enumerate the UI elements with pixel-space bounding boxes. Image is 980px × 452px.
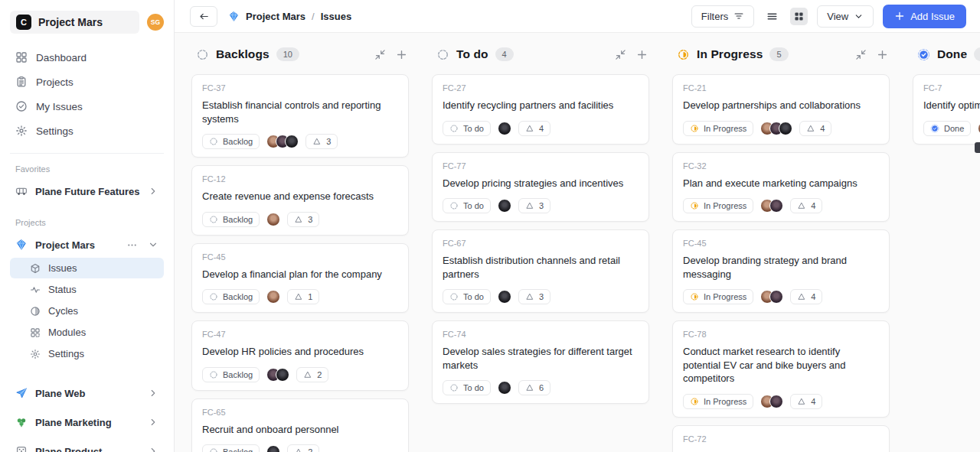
sidebar-subitem-status[interactable]: Status xyxy=(10,279,164,300)
sidebar-item-my-issues[interactable]: My Issues xyxy=(10,95,164,118)
issue-card-fc-27[interactable]: FC-27Identify recycling partners and fac… xyxy=(432,74,649,145)
issue-card-fc-7[interactable]: FC-7Identify optimalDone xyxy=(913,74,980,145)
back-button[interactable] xyxy=(190,6,217,27)
sidebar-subitem-modules[interactable]: Modules xyxy=(10,322,164,343)
state-chip[interactable]: Done xyxy=(923,121,971,136)
sub-issues-chip[interactable]: 2 xyxy=(296,367,328,382)
sidebar-item-project-mars[interactable]: Project Mars xyxy=(10,233,164,256)
assignee-avatars[interactable] xyxy=(266,445,280,452)
sidebar-subitem-issues[interactable]: Issues xyxy=(10,258,164,278)
state-chip[interactable]: Backlog xyxy=(202,444,260,452)
issue-card-fc-37[interactable]: FC-37Establish financial controls and re… xyxy=(191,74,409,158)
sidebar-item-plane-product[interactable]: Plane Product xyxy=(10,440,164,452)
state-chip[interactable]: In Progress xyxy=(683,198,753,213)
sub-issues-count: 4 xyxy=(820,124,825,133)
issue-id: FC-78 xyxy=(683,330,879,339)
issue-card-fc-77[interactable]: FC-77Develop pricing strategies and ince… xyxy=(432,152,649,223)
ellipsis-icon[interactable] xyxy=(126,239,138,251)
sub-issues-chip[interactable]: 3 xyxy=(287,212,319,227)
assignee-avatars[interactable] xyxy=(760,122,792,135)
issue-card-fc-65[interactable]: FC-65Recruit and onboard personnelBacklo… xyxy=(191,398,409,452)
add-issue-button[interactable]: Add Issue xyxy=(883,5,966,28)
sidebar-item-projects[interactable]: Projects xyxy=(10,70,164,93)
breadcrumb-project[interactable]: Project Mars xyxy=(246,11,305,22)
sub-issues-chip[interactable]: 6 xyxy=(518,380,550,395)
favorites-section: Favorites Plane Future Features xyxy=(10,153,164,203)
issue-card-fc-78[interactable]: FC-78Conduct market research to identify… xyxy=(672,320,890,418)
assignee-avatars[interactable] xyxy=(498,122,511,135)
sub-issues-count: 3 xyxy=(539,201,544,210)
issue-card-fc-32[interactable]: FC-32Plan and execute marketing campaign… xyxy=(672,152,890,223)
assignee-avatars[interactable] xyxy=(760,199,783,213)
assignee-avatars[interactable] xyxy=(760,395,783,408)
state-chip[interactable]: In Progress xyxy=(683,394,753,409)
assignee-avatars[interactable] xyxy=(498,290,511,304)
sidebar-item-dashboard[interactable]: Dashboard xyxy=(10,46,164,69)
issue-card-fc-72[interactable]: FC-72Plan for the next sprint based on t… xyxy=(672,425,890,452)
sub-issues-chip[interactable]: 4 xyxy=(790,289,822,304)
add-card-icon[interactable] xyxy=(877,49,888,60)
sidebar-item-settings[interactable]: Settings xyxy=(10,119,164,142)
sub-issues-chip[interactable]: 4 xyxy=(790,394,822,409)
add-card-icon[interactable] xyxy=(636,49,648,60)
state-chip[interactable]: To do xyxy=(443,121,491,136)
issue-card-fc-47[interactable]: FC-47Develop HR policies and proceduresB… xyxy=(191,320,409,391)
chevron-right-icon[interactable] xyxy=(148,446,158,452)
state-chip[interactable]: Backlog xyxy=(202,289,260,304)
view-button[interactable]: View xyxy=(817,5,874,28)
sub-issues-chip[interactable]: 3 xyxy=(305,134,338,149)
assignee-avatars[interactable] xyxy=(498,381,511,395)
sidebar-item-plane-web[interactable]: Plane Web xyxy=(10,382,164,405)
sub-issues-chip[interactable]: 2 xyxy=(287,444,319,452)
issue-card-fc-12[interactable]: FC-12Create revenue and expense forecast… xyxy=(191,165,409,236)
minimize-icon[interactable] xyxy=(374,49,386,60)
board-view-icon[interactable] xyxy=(790,8,808,25)
sub-issues-chip[interactable]: 4 xyxy=(790,198,822,213)
assignee-avatars[interactable] xyxy=(266,290,280,304)
favorite-item-plane-future-features[interactable]: Plane Future Features xyxy=(10,180,164,203)
state-chip[interactable]: Backlog xyxy=(202,367,260,382)
issue-card-fc-45[interactable]: FC-45Develop branding strategy and brand… xyxy=(672,229,890,313)
state-chip[interactable]: In Progress xyxy=(683,289,753,304)
chevron-right-icon[interactable] xyxy=(148,186,158,197)
sub-issues-chip[interactable]: 3 xyxy=(518,198,550,213)
avatar xyxy=(266,445,280,452)
state-chip[interactable]: Backlog xyxy=(202,212,260,227)
state-chip[interactable]: To do xyxy=(443,289,491,304)
state-chip[interactable]: Backlog xyxy=(202,134,260,149)
sidebar-subitem-cycles[interactable]: Cycles xyxy=(10,301,164,321)
sub-issues-chip[interactable]: 4 xyxy=(518,121,550,136)
minimize-icon[interactable] xyxy=(855,49,867,60)
issue-card-fc-45[interactable]: FC-45Develop a financial plan for the co… xyxy=(191,243,409,314)
assignee-avatars[interactable] xyxy=(266,135,299,148)
chevron-down-icon[interactable] xyxy=(148,239,158,250)
list-view-icon[interactable] xyxy=(763,8,781,25)
sidebar-item-plane-marketing[interactable]: Plane Marketing xyxy=(10,411,164,434)
add-card-icon[interactable] xyxy=(396,49,407,60)
arrow-left-icon xyxy=(198,11,210,22)
breadcrumb-page[interactable]: Issues xyxy=(321,11,351,22)
sub-issues-chip[interactable]: 4 xyxy=(799,121,831,136)
minimize-icon[interactable] xyxy=(615,49,626,60)
sidebar-subitem-settings[interactable]: Settings xyxy=(10,343,164,364)
scrollbar-thumb[interactable] xyxy=(975,142,980,153)
assignee-avatars[interactable] xyxy=(760,290,783,304)
chevron-right-icon[interactable] xyxy=(148,417,158,428)
issue-title: Develop partnerships and collaborations xyxy=(683,99,879,112)
assignee-avatars[interactable] xyxy=(266,213,280,226)
assignee-avatars[interactable] xyxy=(266,368,289,382)
issue-card-fc-67[interactable]: FC-67Establish distribution channels and… xyxy=(432,229,649,313)
state-chip[interactable]: In Progress xyxy=(683,121,753,136)
chevron-right-icon[interactable] xyxy=(148,388,158,398)
sub-issues-chip[interactable]: 3 xyxy=(518,289,550,304)
user-avatar[interactable]: SG xyxy=(147,14,164,31)
state-chip[interactable]: To do xyxy=(443,198,491,213)
issue-card-fc-74[interactable]: FC-74Develop sales strategies for differ… xyxy=(432,320,649,404)
assignee-avatars[interactable] xyxy=(498,199,511,213)
filters-button[interactable]: Filters xyxy=(691,5,754,28)
state-chip[interactable]: To do xyxy=(443,380,491,395)
project-name: Project Mars xyxy=(35,239,95,251)
workspace-switcher[interactable]: C Project Mars xyxy=(10,11,139,34)
sub-issues-chip[interactable]: 1 xyxy=(287,289,319,304)
issue-card-fc-21[interactable]: FC-21Develop partnerships and collaborat… xyxy=(672,74,890,145)
